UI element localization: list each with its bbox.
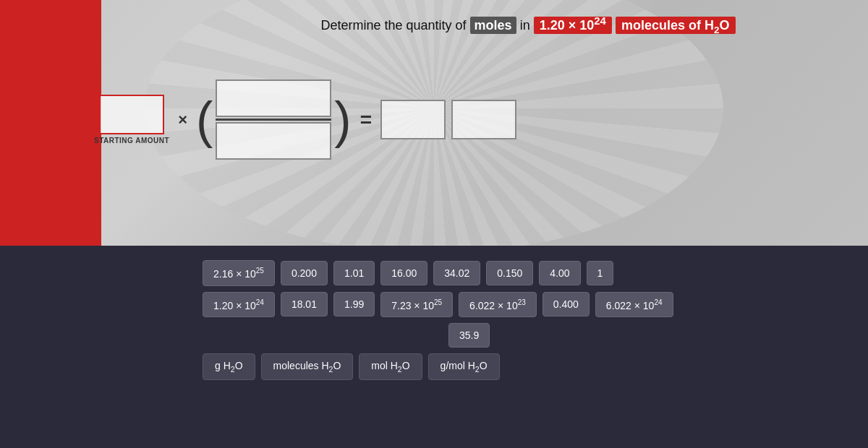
tile-1.99[interactable]: 1.99 xyxy=(333,292,375,316)
fraction-denominator[interactable] xyxy=(216,122,331,160)
unit-tile-molecules-H2O[interactable]: molecules H2O xyxy=(261,353,354,380)
tiles-row-3: 35.9 xyxy=(448,323,854,348)
multiply-symbol: × xyxy=(178,111,187,129)
equals-symbol: = xyxy=(360,108,372,132)
tile-1.01[interactable]: 1.01 xyxy=(333,261,375,285)
tile-4.00[interactable]: 4.00 xyxy=(539,261,580,285)
question-prefix: Determine the quantity of xyxy=(320,18,466,33)
left-paren: ( xyxy=(196,95,213,145)
result-boxes xyxy=(380,100,516,139)
question-text: Determine the quantity of moles in 1.20 … xyxy=(217,14,839,35)
given-value: 1.20 × 1024 xyxy=(534,17,612,34)
starting-amount-container: STARTING AMOUNT xyxy=(94,95,169,145)
tile-0.400[interactable]: 0.400 xyxy=(542,292,590,316)
result-value-box[interactable] xyxy=(380,100,446,139)
unit-tiles-row: g H2O molecules H2O mol H2O g/mol H2O xyxy=(203,353,854,380)
tile-16.00[interactable]: 16.00 xyxy=(380,261,427,285)
molecule-label: molecules of H2O xyxy=(616,17,736,34)
unit-tile-gH2O[interactable]: g H2O xyxy=(203,353,255,380)
question-middle: in xyxy=(520,18,530,33)
equation-area: STARTING AMOUNT × ( ) = xyxy=(94,79,825,160)
tiles-row-2: 1.20 × 1024 18.01 1.99 7.23 × 1025 6.022… xyxy=(203,292,854,318)
tiles-area: 2.16 × 1025 0.200 1.01 16.00 34.02 0.150… xyxy=(203,260,854,380)
keyword-moles: moles xyxy=(470,17,516,34)
fraction-container: ( ) xyxy=(196,79,352,160)
tiles-row-1: 2.16 × 1025 0.200 1.01 16.00 34.02 0.150… xyxy=(203,260,854,286)
fraction-numerator[interactable] xyxy=(216,79,331,117)
result-unit-box[interactable] xyxy=(451,100,516,139)
question-area: Determine the quantity of moles in 1.20 … xyxy=(145,14,839,57)
fraction-box xyxy=(216,79,331,160)
starting-amount-box[interactable] xyxy=(99,95,164,134)
tile-18.01[interactable]: 18.01 xyxy=(281,292,328,316)
fraction-divider xyxy=(216,119,331,121)
tile-35.9[interactable]: 35.9 xyxy=(448,323,490,348)
tile-1[interactable]: 1 xyxy=(587,261,614,285)
tile-0.200[interactable]: 0.200 xyxy=(281,261,328,285)
tile-0.150[interactable]: 0.150 xyxy=(486,261,533,285)
tile-7.23e25[interactable]: 7.23 × 1025 xyxy=(380,292,453,318)
tile-34.02[interactable]: 34.02 xyxy=(433,261,480,285)
unit-tile-mol-H2O[interactable]: mol H2O xyxy=(359,353,422,380)
red-side-panel xyxy=(0,0,101,246)
tile-6.022e23[interactable]: 6.022 × 1023 xyxy=(459,292,537,318)
tile-6.022e24[interactable]: 6.022 × 1024 xyxy=(595,292,673,318)
right-paren: ) xyxy=(334,95,351,145)
unit-tile-gmol-H2O[interactable]: g/mol H2O xyxy=(428,353,500,380)
tile-1.20e24[interactable]: 1.20 × 1024 xyxy=(203,292,275,318)
starting-amount-label: STARTING AMOUNT xyxy=(94,137,169,145)
tile-2.16e25[interactable]: 2.16 × 1025 xyxy=(203,260,275,286)
